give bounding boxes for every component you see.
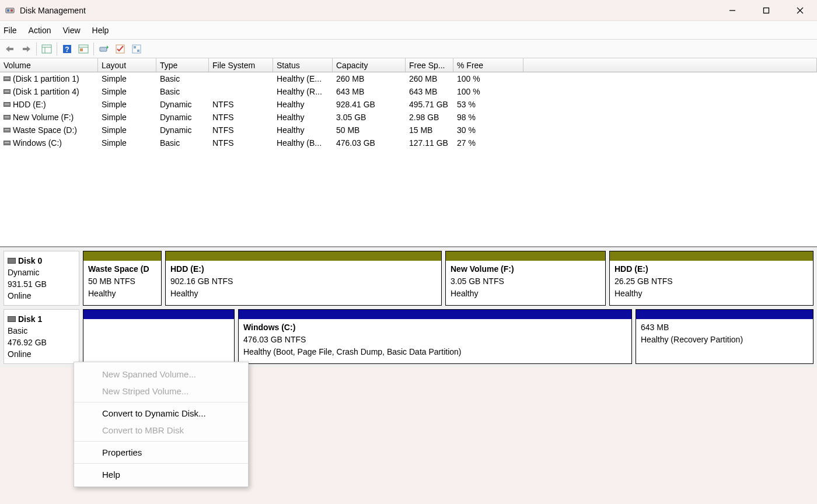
cell-free: 260 MB — [406, 74, 453, 83]
svg-rect-8 — [23, 48, 27, 50]
context-convert-dynamic[interactable]: Convert to Dynamic Disk... — [74, 405, 248, 422]
context-separator — [74, 441, 248, 442]
close-button[interactable] — [783, 0, 817, 21]
volume-list[interactable]: (Disk 1 partition 1)SimpleBasicHealthy (… — [0, 72, 817, 247]
action-list-icon[interactable] — [76, 41, 91, 57]
maximize-button[interactable] — [749, 0, 783, 21]
forward-icon[interactable] — [19, 41, 34, 57]
show-hide-tree-icon[interactable] — [39, 41, 54, 57]
column-layout[interactable]: Layout — [98, 58, 156, 72]
disk-state: Online — [8, 290, 75, 302]
disk-icon — [8, 258, 16, 264]
partition-name: New Volume (F:) — [451, 263, 600, 275]
menu-action[interactable]: Action — [29, 26, 51, 35]
cell-free: 2.98 GB — [406, 113, 453, 122]
volume-list-header: Volume Layout Type File System Status Ca… — [0, 58, 817, 72]
menu-help[interactable]: Help — [92, 26, 109, 35]
cell-type: Basic — [156, 74, 209, 83]
disk-label-1[interactable]: Disk 1 Basic 476.92 GB Online — [4, 309, 79, 364]
window-controls — [715, 0, 817, 21]
toolbar-separator — [36, 43, 37, 55]
menubar: File Action View Help — [0, 21, 817, 40]
cell-free: 495.71 GB — [406, 100, 453, 109]
partition[interactable] — [83, 309, 235, 364]
cell-capacity: 3.05 GB — [333, 113, 406, 122]
partition[interactable]: Windows (C:) 476.03 GB NTFS Healthy (Boo… — [238, 309, 632, 364]
window-title: Disk Management — [20, 6, 86, 15]
partition-header — [239, 310, 631, 319]
partition[interactable]: HDD (E:) 902.16 GB NTFS Healthy — [165, 251, 442, 306]
disk-size: 931.51 GB — [8, 278, 75, 290]
toolbar-separator — [57, 43, 57, 55]
cell-layout: Simple — [98, 100, 156, 109]
partition-name: Waste Space (D — [88, 263, 156, 275]
disk1-partitions: Windows (C:) 476.03 GB NTFS Healthy (Boo… — [83, 309, 813, 364]
table-row[interactable]: HDD (E:)SimpleDynamicNTFSHealthy928.41 G… — [0, 98, 817, 111]
partition-status: Healthy — [615, 288, 808, 300]
table-row[interactable]: Windows (C:)SimpleBasicNTFSHealthy (B...… — [0, 136, 817, 149]
disk-type: Dynamic — [8, 267, 75, 278]
column-pctfree[interactable]: % Free — [453, 58, 523, 72]
cell-capacity: 50 MB — [333, 125, 406, 135]
volume-name: (Disk 1 partition 4) — [13, 87, 79, 96]
cell-fs: NTFS — [209, 125, 273, 135]
partition[interactable]: 643 MB Healthy (Recovery Partition) — [636, 309, 813, 364]
partition-info: 26.25 GB NTFS — [615, 275, 808, 288]
cell-pctfree: 53 % — [453, 100, 523, 109]
cell-capacity: 643 MB — [333, 87, 406, 96]
column-freespace[interactable]: Free Sp... — [406, 58, 453, 72]
settings-bottom-icon[interactable] — [129, 41, 144, 57]
partition-info: 476.03 GB NTFS — [243, 334, 627, 346]
column-status[interactable]: Status — [273, 58, 333, 72]
cell-fs: NTFS — [209, 138, 273, 148]
column-type[interactable]: Type — [156, 58, 209, 72]
cell-layout: Simple — [98, 138, 156, 148]
volume-name: Windows (C:) — [13, 138, 62, 148]
disk-name: Disk 1 — [18, 313, 42, 325]
disk-state: Online — [8, 348, 75, 360]
disk-label-0[interactable]: Disk 0 Dynamic 931.51 GB Online — [4, 251, 79, 306]
graphical-view: Disk 0 Dynamic 931.51 GB Online Waste Sp… — [0, 247, 817, 368]
volume-name: Waste Space (D:) — [13, 125, 77, 135]
context-new-striped[interactable]: New Striped Volume... — [74, 383, 248, 400]
help-icon[interactable]: ? — [60, 41, 75, 57]
column-volume[interactable]: Volume — [0, 58, 98, 72]
partition[interactable]: HDD (E:) 26.25 GB NTFS Healthy — [609, 251, 813, 306]
context-help[interactable]: Help — [74, 466, 248, 483]
table-row[interactable]: (Disk 1 partition 4)SimpleBasicHealthy (… — [0, 85, 817, 98]
svg-rect-17 — [100, 47, 107, 51]
volume-name: HDD (E:) — [13, 100, 46, 109]
menu-view[interactable]: View — [62, 26, 80, 35]
partition-name: Windows (C:) — [243, 321, 627, 334]
context-new-spanned[interactable]: New Spanned Volume... — [74, 366, 248, 383]
cell-free: 643 MB — [406, 87, 453, 96]
cell-type: Dynamic — [156, 100, 209, 109]
partition-status: Healthy — [88, 288, 156, 300]
partition-header — [610, 251, 813, 261]
cell-type: Basic — [156, 87, 209, 96]
menu-file[interactable]: File — [4, 26, 17, 35]
refresh-icon[interactable] — [96, 41, 111, 57]
settings-top-icon[interactable] — [113, 41, 128, 57]
minimize-button[interactable] — [715, 0, 749, 21]
column-spacer — [523, 58, 817, 72]
context-convert-mbr[interactable]: Convert to MBR Disk — [74, 422, 248, 439]
cell-pctfree: 100 % — [453, 74, 523, 83]
app-icon — [5, 5, 15, 16]
column-capacity[interactable]: Capacity — [333, 58, 406, 72]
volume-name: (Disk 1 partition 1) — [13, 74, 79, 83]
cell-layout: Simple — [98, 125, 156, 135]
cell-layout: Simple — [98, 74, 156, 83]
back-icon[interactable] — [2, 41, 18, 57]
partition-info: 902.16 GB NTFS — [170, 275, 437, 288]
partition[interactable]: Waste Space (D 50 MB NTFS Healthy — [83, 251, 162, 306]
cell-status: Healthy — [273, 113, 333, 122]
column-filesystem[interactable]: File System — [209, 58, 273, 72]
cell-capacity: 476.03 GB — [333, 138, 406, 148]
table-row[interactable]: New Volume (F:)SimpleDynamicNTFSHealthy3… — [0, 111, 817, 124]
partition[interactable]: New Volume (F:) 3.05 GB NTFS Healthy — [445, 251, 606, 306]
context-properties[interactable]: Properties — [74, 444, 248, 461]
disk-icon — [8, 316, 16, 322]
table-row[interactable]: Waste Space (D:)SimpleDynamicNTFSHealthy… — [0, 124, 817, 136]
table-row[interactable]: (Disk 1 partition 1)SimpleBasicHealthy (… — [0, 72, 817, 85]
